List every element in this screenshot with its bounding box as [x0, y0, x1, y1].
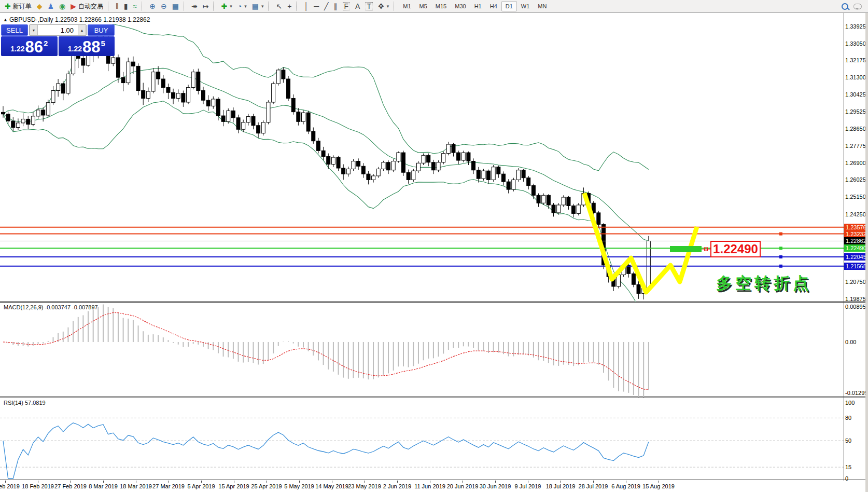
metaquotes-seal-button[interactable]: ◆ — [34, 1, 45, 12]
candlestick-chart-button[interactable]: ▮ — [121, 1, 131, 12]
tab-timeframe-h1[interactable]: H1 — [470, 1, 486, 11]
buy-button[interactable]: BUY — [88, 24, 115, 36]
symbol-marker-icon: ▲ — [3, 17, 8, 22]
tab-timeframe-h4[interactable]: H4 — [486, 1, 501, 11]
toolbar-separator — [268, 2, 272, 11]
trendline-button[interactable]: ╱ — [321, 1, 331, 12]
macd-indicator-panel[interactable]: MACD(12,26,9) -0.003747 -0.007897 0.0089… — [0, 302, 868, 397]
tab-timeframe-m30[interactable]: M30 — [451, 1, 470, 11]
volume-up-icon[interactable]: ▲ — [78, 25, 86, 35]
new-order-button[interactable]: ✚ 新订单 — [2, 1, 34, 12]
cursor-button[interactable]: ↖ — [273, 1, 285, 12]
price-tick-label: 1.30425 — [845, 91, 868, 98]
zoom-out-button[interactable]: ⊖ — [158, 1, 170, 12]
candlestick-chart-surface[interactable] — [0, 13, 868, 302]
profile-button[interactable]: ♟ — [45, 1, 57, 12]
price-tick-label: 1.33925 — [845, 23, 868, 30]
chevron-down-icon: ▾ — [387, 4, 389, 9]
fibonacci-button[interactable]: F — [340, 1, 353, 12]
line-handle[interactable] — [779, 255, 782, 258]
tab-timeframe-m1[interactable]: M1 — [399, 1, 415, 11]
zoom-in-button[interactable]: ⊕ — [147, 1, 158, 12]
auto-scroll-button[interactable]: ↠ — [189, 1, 200, 12]
toolbar-separator — [184, 2, 187, 11]
date-label: 15 Apr 2019 — [218, 483, 249, 489]
zoom-out-icon: ⊖ — [161, 3, 167, 10]
price-tick-label: 1.27775 — [845, 143, 868, 149]
date-tick — [561, 481, 561, 483]
new-order-icon: ✚ — [5, 3, 11, 10]
buy-price[interactable]: 1.22 88 5 — [59, 36, 115, 56]
profile-icon: ♟ — [48, 3, 54, 10]
sell-button[interactable]: SELL — [1, 24, 28, 36]
signal-icon: ◉ — [59, 3, 65, 10]
price-tick-label: 1.25150 — [845, 194, 868, 200]
line-handle[interactable] — [779, 247, 782, 250]
buy-price-point: 5 — [101, 39, 105, 48]
horizontal-line-button[interactable]: ─ — [311, 1, 321, 12]
indicators-button[interactable]: ✚▾ — [218, 1, 234, 12]
vertical-line-button[interactable]: │ — [301, 1, 311, 12]
indicators-icon: ✚ — [221, 3, 227, 10]
date-tick — [365, 481, 365, 483]
toolbar-separator — [142, 2, 145, 11]
highlight-rect[interactable] — [670, 246, 702, 252]
line-chart-button[interactable]: ≈ — [131, 1, 140, 12]
tab-timeframe-d1[interactable]: D1 — [501, 1, 517, 11]
date-label: 20 Jun 2019 — [447, 483, 479, 489]
current-price-label: 1.22862 — [844, 237, 868, 244]
date-tick — [430, 481, 430, 483]
date-label: 5 May 2019 — [284, 483, 314, 489]
rsi-chart-surface[interactable] — [0, 398, 868, 481]
chart-title-text: GBPUSD-,Daily 1.22503 1.22866 1.21938 1.… — [9, 16, 150, 23]
sell-price[interactable]: 1.22 86 2 — [1, 36, 58, 56]
main-chart-panel[interactable]: ▲GBPUSD-,Daily 1.22503 1.22866 1.21938 1… — [0, 13, 868, 302]
date-label: 18 Mar 2019 — [120, 483, 152, 489]
search-icon[interactable] — [842, 3, 848, 10]
line-handle[interactable] — [779, 265, 782, 268]
chart-shift-button[interactable]: ↦ — [200, 1, 212, 12]
chinese-note-text[interactable]: 多空转折点 — [716, 272, 812, 294]
tab-timeframe-m5[interactable]: M5 — [415, 1, 431, 11]
arrows-button[interactable]: ✥▾ — [375, 1, 391, 12]
bar-chart-button[interactable]: ‖ — [113, 1, 121, 12]
rsi-tick-label: 80 — [845, 415, 868, 421]
autotrading-button[interactable]: ▶ 自动交易 — [68, 1, 106, 12]
price-tick-label: 1.20750 — [845, 279, 868, 285]
templates-button[interactable]: ▤▾ — [249, 1, 267, 12]
hline-price-label: 1.22045 — [844, 253, 868, 261]
text-label-icon: T — [365, 2, 373, 10]
tab-timeframe-mn[interactable]: MN — [534, 1, 551, 11]
date-axis[interactable]: 8 Feb 201918 Feb 201927 Feb 20198 Mar 20… — [0, 481, 868, 492]
channel-button[interactable]: ∥ — [331, 1, 340, 12]
tab-timeframe-m15[interactable]: M15 — [431, 1, 451, 11]
signals-button[interactable]: ◉ — [57, 1, 68, 12]
text-button[interactable]: A — [353, 1, 362, 12]
toolbar-separator — [296, 2, 300, 11]
crosshair-button[interactable]: + — [285, 1, 294, 12]
zigzag-annotation[interactable] — [584, 193, 697, 292]
date-label: 8 Feb 2019 — [0, 483, 20, 489]
periods-button[interactable]: ◔▾ — [235, 1, 249, 12]
line-handle[interactable] — [779, 233, 782, 236]
date-tick — [463, 481, 463, 483]
rsi-indicator-panel[interactable]: RSI(14) 57.0819 1008050150 — [0, 398, 868, 480]
new-order-label: 新订单 — [13, 2, 32, 11]
volume-down-icon[interactable]: ▼ — [30, 25, 38, 35]
seal-icon: ◆ — [37, 3, 43, 10]
tab-timeframe-w1[interactable]: W1 — [517, 1, 534, 11]
tile-windows-button[interactable]: ▦ — [170, 1, 181, 12]
chat-icon[interactable] — [853, 4, 862, 9]
macd-chart-surface[interactable] — [0, 303, 868, 398]
volume-value[interactable]: 1.00 — [38, 25, 78, 35]
price-tick-label: 1.31300 — [845, 74, 868, 81]
cursor-icon: ↖ — [276, 3, 282, 10]
trendline-icon: ╱ — [324, 3, 328, 10]
date-label: 28 Jul 2019 — [579, 483, 608, 489]
price-annotation-box[interactable]: 1.22490 — [710, 241, 761, 257]
macd-tick-label: 0.00 — [845, 339, 868, 346]
volume-stepper[interactable]: ▼ 1.00 ▲ — [29, 24, 87, 36]
main-toolbar: ✚ 新订单 ◆ ♟ ◉ ▶ 自动交易 ‖ ▮ ≈ ⊕ ⊖ ▦ ↠ ↦ ✚▾ ◔▾… — [0, 0, 868, 13]
text-label-button[interactable]: T — [362, 1, 375, 12]
crosshair-icon: + — [287, 3, 291, 10]
